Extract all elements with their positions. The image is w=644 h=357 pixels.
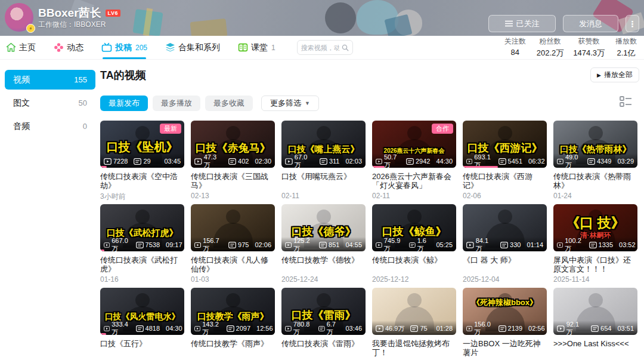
video-title[interactable]: 我要击退馄饨拯救烤布丁！ bbox=[372, 339, 456, 357]
video-card[interactable]: 《死神辣椒bbox》 156.0万 2139 02:56 一边BBOX 一边吃死… bbox=[463, 288, 547, 357]
video-card[interactable]: 口技教学《雨声》 143.2万 2097 12:56 传统口技教学《雨声》 20… bbox=[191, 288, 275, 357]
video-title[interactable]: 传统口技表演《热带雨林》 bbox=[553, 172, 637, 190]
danmaku-icon bbox=[227, 325, 234, 332]
sidebar-item-audio[interactable]: 音频 0 bbox=[5, 116, 95, 136]
video-title[interactable]: 传统口技表演《武松打虎》 bbox=[100, 256, 184, 273]
video-title[interactable]: 《口 器 大 师》 bbox=[463, 256, 547, 273]
danmaku-icon bbox=[134, 158, 141, 165]
video-title[interactable]: >>>One Last Kiss<<< bbox=[553, 339, 637, 357]
video-thumbnail[interactable]: 口技《坠机》 最新 7228 29 03:45 bbox=[100, 121, 184, 168]
filter-most-favorited[interactable]: 最多收藏 bbox=[205, 96, 253, 111]
profile-navbar: 主页 动态 投稿 205 合集和系列 课堂 1 关注数 84 粉丝数 202.2… bbox=[0, 36, 644, 60]
video-card[interactable]: 口技《德爷》 125.2万 851 04:55 传统口技教学《德牧》 2025-… bbox=[281, 204, 366, 286]
search-box[interactable] bbox=[297, 40, 353, 55]
tab-home[interactable]: 主页 bbox=[5, 36, 37, 59]
video-title[interactable]: 传统口技表演《西游记》 bbox=[463, 172, 547, 190]
video-title[interactable]: 屏风中表演《口技》还原文言文！！！ bbox=[553, 256, 637, 273]
video-thumbnail[interactable]: 口技《西游记》 693.1万 5451 06:32 bbox=[463, 121, 547, 168]
avatar[interactable]: ⚡ bbox=[5, 3, 33, 32]
video-thumbnail[interactable]: 《口 技》 清·林嗣环 100.2万 1335 03:52 bbox=[553, 204, 637, 251]
danmaku-count: 75 bbox=[420, 325, 427, 332]
video-card[interactable]: 口技《赤兔马》 47.3万 402 02:30 传统口技表演《三国战马》 02-… bbox=[191, 121, 275, 202]
video-title[interactable]: 一边BBOX 一边吃死神薯片 bbox=[463, 339, 547, 357]
search-icon[interactable] bbox=[342, 44, 349, 51]
danmaku-icon bbox=[319, 242, 327, 248]
video-thumbnail[interactable]: 口技《嘴上燕云》 67.0万 311 02:03 bbox=[281, 121, 366, 168]
stat-likes[interactable]: 获赞数 1474.3万 bbox=[573, 36, 605, 59]
stat-following[interactable]: 关注数 84 bbox=[503, 36, 527, 59]
video-thumbnail[interactable]: 口技《热带雨林》 49.0万 4349 03:29 bbox=[553, 121, 637, 168]
video-card[interactable]: 口技《热带雨林》 49.0万 4349 03:29 传统口技表演《热带雨林》 0… bbox=[553, 121, 637, 202]
send-message-button[interactable]: 发消息 bbox=[563, 15, 618, 32]
video-title[interactable]: 传统口技表演《空中浩劫》 bbox=[100, 172, 184, 190]
video-thumbnail[interactable]: 口技《雷雨》 780.8万 6.7万 03:46 bbox=[281, 288, 366, 335]
video-title[interactable]: 口技《五行》 bbox=[100, 339, 184, 357]
video-title[interactable]: 传统口技表演《凡人修仙传》 bbox=[191, 256, 275, 273]
more-filters-dropdown[interactable]: 更多筛选 ▼ bbox=[261, 96, 319, 111]
danmaku-count: 654 bbox=[600, 325, 611, 332]
video-card[interactable]: 口技《西游记》 693.1万 5451 06:32 传统口技表演《西游记》 02… bbox=[463, 121, 547, 202]
video-thumbnail[interactable]: 2026燕云十六声新春会 合作 50.7万 2942 44:30 bbox=[372, 121, 456, 168]
tab-dynamics[interactable]: 动态 bbox=[52, 36, 85, 59]
video-card[interactable]: 《口 技》 清·林嗣环 100.2万 1335 03:52 屏风中表演《口技》还… bbox=[553, 204, 637, 286]
tab-collections-label: 合集和系列 bbox=[178, 42, 220, 53]
video-thumbnail[interactable]: 口技《赤兔马》 47.3万 402 02:30 bbox=[191, 121, 275, 168]
profile-banner: ⚡ BBoxer茜长 LV6 工作微信：IBBOXER 已关注 发消息 ⋮ bbox=[0, 0, 644, 36]
danmaku-icon bbox=[500, 242, 508, 248]
video-thumbnail[interactable]: 口技教学《雨声》 143.2万 2097 12:56 bbox=[191, 288, 275, 335]
sidebar-item-articles[interactable]: 图文 50 bbox=[5, 93, 95, 113]
video-card[interactable]: 口技《雷雨》 780.8万 6.7万 03:46 传统口技表演《雷雨》 2025… bbox=[281, 288, 366, 357]
video-card[interactable]: 口技《武松打虎》 667.0万 7538 09:17 传统口技表演《武松打虎》 … bbox=[100, 204, 184, 286]
video-thumbnail[interactable]: 口技《德爷》 125.2万 851 04:55 bbox=[281, 204, 366, 251]
video-thumbnail[interactable]: 46.9万 75 01:28 bbox=[372, 288, 456, 335]
danmaku-icon bbox=[228, 158, 236, 165]
video-thumbnail[interactable]: 口技《鲸鱼》 745.9万 1.6万 05:25 bbox=[372, 204, 456, 251]
video-title[interactable]: 口技《用嘴玩燕云》 bbox=[281, 172, 366, 190]
play-all-button[interactable]: ▶ 播放全部 bbox=[590, 67, 639, 82]
stat-plays[interactable]: 播放数 2.1亿 bbox=[614, 36, 638, 59]
sidebar-item-videos[interactable]: 视频 155 bbox=[5, 70, 95, 90]
person-silhouette bbox=[407, 210, 422, 224]
list-view-toggle-icon[interactable] bbox=[620, 96, 632, 107]
video-card[interactable]: 2026燕云十六声新春会 合作 50.7万 2942 44:30 2026燕云十… bbox=[372, 121, 456, 202]
video-card[interactable]: 口技《坠机》 最新 7228 29 03:45 传统口技表演《空中浩劫》 3小时… bbox=[100, 121, 184, 202]
stat-plays-value: 2.1亿 bbox=[614, 48, 638, 59]
video-thumbnail[interactable]: 156.7万 975 02:06 bbox=[191, 204, 275, 251]
video-thumbnail[interactable]: 92.1万 654 03:51 bbox=[553, 288, 637, 335]
video-thumbnail[interactable]: 口技《风火雷电水》 333.4万 4818 04:30 bbox=[100, 288, 184, 335]
stat-followers[interactable]: 粉丝数 202.2万 bbox=[537, 36, 564, 59]
video-title[interactable]: 传统口技表演《三国战马》 bbox=[191, 172, 275, 190]
danmaku-count: 2942 bbox=[416, 158, 430, 165]
video-title[interactable]: 传统口技表演《鲸》 bbox=[372, 256, 456, 273]
filter-newest[interactable]: 最新发布 bbox=[100, 96, 148, 111]
video-card[interactable]: 84.1万 330 01:14 《口 器 大 师》 2025-12-04 bbox=[463, 204, 547, 286]
tab-collections[interactable]: 合集和系列 bbox=[164, 36, 221, 59]
video-card[interactable]: 口技《鲸鱼》 745.9万 1.6万 05:25 传统口技表演《鲸》 2025-… bbox=[372, 204, 456, 286]
search-input[interactable] bbox=[301, 44, 339, 51]
video-thumbnail[interactable]: 口技《武松打虎》 667.0万 7538 09:17 bbox=[100, 204, 184, 251]
video-title[interactable]: 传统口技表演《雷雨》 bbox=[281, 339, 366, 357]
video-title[interactable]: 2026燕云十六声新春会「灯火宴春风」 bbox=[372, 172, 456, 190]
video-title[interactable]: 传统口技教学《雨声》 bbox=[191, 339, 275, 357]
charge-lightning-icon: ⚡ bbox=[26, 24, 35, 33]
thumbnail-overlay-text: 《口 技》 bbox=[566, 214, 624, 232]
video-thumbnail[interactable]: 《死神辣椒bbox》 156.0万 2139 02:56 bbox=[463, 288, 547, 335]
username[interactable]: BBoxer茜长 bbox=[38, 5, 101, 21]
stat-followers-value: 202.2万 bbox=[537, 48, 564, 59]
danmaku-count: 402 bbox=[238, 158, 249, 165]
duration: 12:56 bbox=[256, 325, 273, 332]
filter-most-played[interactable]: 最多播放 bbox=[153, 96, 200, 111]
video-card[interactable]: 46.9万 75 01:28 我要击退馄饨拯救烤布丁！ 2025-09-26 bbox=[372, 288, 456, 357]
home-icon bbox=[6, 42, 16, 53]
video-card[interactable]: 口技《风火雷电水》 333.4万 4818 04:30 口技《五行》 2025-… bbox=[100, 288, 184, 357]
tab-uploads[interactable]: 投稿 205 bbox=[100, 36, 148, 59]
video-thumbnail[interactable]: 84.1万 330 01:14 bbox=[463, 204, 547, 251]
video-card[interactable]: 156.7万 975 02:06 传统口技表演《凡人修仙传》 01-03 bbox=[191, 204, 275, 286]
video-card[interactable]: 92.1万 654 03:51 >>>One Last Kiss<<< 2025… bbox=[553, 288, 637, 357]
more-options-button[interactable]: ⋮ bbox=[626, 15, 639, 32]
play-count-icon bbox=[104, 158, 112, 165]
video-card[interactable]: 口技《嘴上燕云》 67.0万 311 02:03 口技《用嘴玩燕云》 02-11 bbox=[281, 121, 366, 202]
tab-classroom[interactable]: 课堂 1 bbox=[237, 36, 277, 59]
followed-button[interactable]: 已关注 bbox=[488, 15, 556, 32]
video-title[interactable]: 传统口技教学《德牧》 bbox=[281, 256, 366, 273]
